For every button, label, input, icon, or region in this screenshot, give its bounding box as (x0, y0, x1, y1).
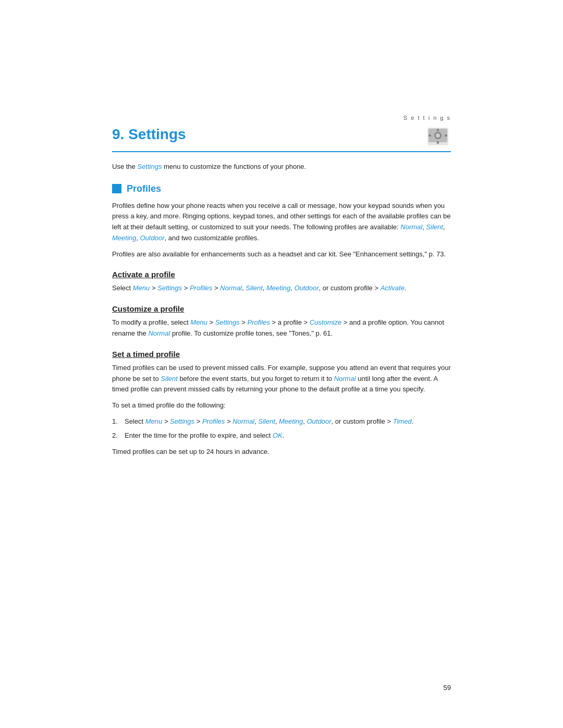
meeting-link1: Meeting (112, 234, 136, 242)
silent-link-timed-list: Silent (258, 417, 275, 425)
profiles-link-customize: Profiles (247, 318, 270, 326)
activate-link: Activate (381, 284, 405, 292)
timed-profile-instruction: To set a timed profile do the following: (112, 400, 451, 411)
list-item-1-text: Select Menu > Settings > Profiles > Norm… (125, 416, 413, 427)
profiles-paragraph2: Profiles are also available for enhancem… (112, 249, 451, 260)
normal-link-timed-list: Normal (232, 417, 254, 425)
svg-point-3 (436, 133, 440, 138)
menu-link-customize: Menu (190, 318, 207, 326)
profiles-paragraph1: Profiles define how your phone reacts wh… (112, 201, 451, 244)
list-num-2: 2. (112, 430, 121, 441)
meeting-link-activate: Meeting (266, 284, 290, 292)
silent-link1: Silent (426, 223, 443, 231)
outdoor-link-activate: Outdoor (295, 284, 319, 292)
normal-link-activate: Normal (220, 284, 242, 292)
profiles-heading: Profiles (112, 183, 451, 194)
activate-profile-heading: Activate a profile (112, 270, 451, 279)
section-header: S e t t i n g s (0, 0, 563, 126)
meeting-link-timed-list: Meeting (279, 417, 303, 425)
svg-rect-4 (437, 129, 439, 131)
normal-link-customize: Normal (148, 329, 170, 337)
silent-link-activate: Silent (246, 284, 263, 292)
timed-profile-paragraph1: Timed profiles can be used to prevent mi… (112, 363, 451, 395)
profiles-link-activate: Profiles (190, 284, 212, 292)
profiles-section-title: Profiles (127, 183, 161, 194)
chapter-icon-svg (426, 127, 449, 146)
normal-link-timed: Normal (334, 375, 356, 382)
timed-profile-heading: Set a timed profile (112, 350, 451, 359)
silent-link-timed: Silent (161, 375, 178, 382)
outdoor-link-timed-list: Outdoor (307, 417, 332, 425)
svg-rect-5 (437, 141, 439, 144)
timed-link: Timed (393, 417, 412, 425)
settings-link-customize: Settings (215, 318, 240, 326)
list-item-2-text: Enter the time for the profile to expire… (125, 430, 284, 441)
chapter-header: 9. Settings (112, 126, 451, 152)
menu-link-timed: Menu (145, 417, 163, 425)
customize-profile-text: To modify a profile, select Menu > Setti… (112, 317, 451, 339)
customize-profile-heading: Customize a profile (112, 304, 451, 313)
section-label: S e t t i n g s (403, 115, 451, 121)
customize-link: Customize (310, 318, 341, 326)
activate-profile-text: Select Menu > Settings > Profiles > Norm… (112, 283, 451, 294)
page-number: 59 (444, 684, 451, 692)
outdoor-link1: Outdoor (140, 234, 164, 242)
svg-rect-7 (445, 134, 447, 137)
normal-link1: Normal (400, 223, 422, 231)
section-square-icon (112, 184, 121, 193)
settings-link-activate: Settings (157, 284, 182, 292)
page-container: S e t t i n g s 9. Settings (0, 0, 563, 728)
svg-rect-6 (429, 134, 431, 137)
list-item-2: 2. Enter the time for the profile to exp… (112, 430, 451, 441)
content-area: 9. Settings Use the Settings (0, 126, 563, 457)
timed-profile-note: Timed profiles can be set up to 24 hours… (112, 447, 451, 458)
settings-link[interactable]: Settings (137, 163, 162, 170)
profiles-link-timed: Profiles (202, 417, 225, 425)
settings-icon (425, 126, 451, 147)
settings-link-timed: Settings (170, 417, 194, 425)
list-num-1: 1. (112, 416, 121, 427)
menu-link-activate: Menu (133, 284, 150, 292)
chapter-title: 9. Settings (112, 126, 186, 143)
intro-paragraph: Use the Settings menu to customize the f… (112, 162, 451, 172)
list-item-1: 1. Select Menu > Settings > Profiles > N… (112, 416, 451, 427)
ok-link: OK (273, 431, 283, 439)
